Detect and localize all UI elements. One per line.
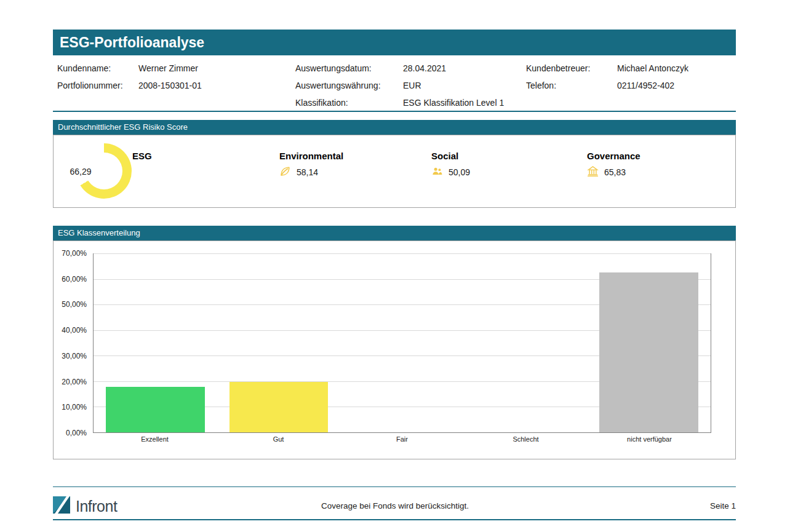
info-value: 2008-150301-01 bbox=[138, 77, 202, 94]
y-axis-labels: 0,00%10,00%20,00%30,00%40,00%50,00%60,00… bbox=[55, 253, 90, 433]
social-label: Social bbox=[431, 151, 458, 161]
chart-section-box: 0,00%10,00%20,00%30,00%40,00%50,00%60,00… bbox=[53, 240, 736, 459]
info-value: ESG Klassifikation Level 1 bbox=[403, 94, 504, 111]
chart-section-title: ESG Klassenverteilung bbox=[58, 228, 140, 237]
category-label: Schlecht bbox=[464, 435, 588, 443]
footer-bottom-divider bbox=[53, 519, 736, 520]
governance-label: Governance bbox=[587, 151, 640, 161]
bars-row bbox=[94, 253, 711, 432]
bar-slot bbox=[587, 253, 711, 432]
info-label: Auswertungsdatum: bbox=[295, 60, 403, 77]
social-score: 50,09 bbox=[431, 165, 470, 179]
score-section-box: 66,29 ESG Environmental 58,14 Social 50,… bbox=[53, 135, 736, 208]
y-tick-label: 70,00% bbox=[62, 249, 87, 258]
report-title-bar: ESG-Portfolioanalyse bbox=[53, 30, 736, 55]
footer-note: Coverage bei Fonds wird berücksichtigt. bbox=[0, 501, 790, 510]
governance-value: 65,83 bbox=[604, 167, 626, 177]
chart-bar bbox=[229, 382, 328, 432]
chart-bar bbox=[599, 272, 698, 432]
category-label: nicht verfügbar bbox=[588, 435, 711, 443]
y-tick-label: 50,00% bbox=[62, 300, 87, 309]
info-row: Klassifikation: ESG Klassifikation Level… bbox=[295, 94, 504, 111]
header-divider-line bbox=[53, 111, 736, 112]
environmental-label: Environmental bbox=[279, 151, 343, 161]
info-value: 28.04.2021 bbox=[403, 60, 446, 77]
info-value: EUR bbox=[403, 77, 421, 94]
info-label: Auswertungswährung: bbox=[295, 77, 403, 94]
client-info-column-1: Kundenname: Werner Zimmer Portfolionumme… bbox=[57, 60, 202, 94]
info-label: Portfolionummer: bbox=[57, 77, 138, 94]
chart-bar bbox=[106, 387, 204, 432]
info-value: Werner Zimmer bbox=[138, 60, 198, 77]
bar-slot bbox=[94, 253, 217, 432]
y-tick-label: 30,00% bbox=[62, 352, 87, 360]
info-value: 0211/4952-402 bbox=[617, 77, 674, 94]
info-label: Kundenbetreuer: bbox=[526, 60, 617, 77]
page-title: ESG-Portfolioanalyse bbox=[60, 34, 204, 50]
chart-section-header: ESG Klassenverteilung bbox=[53, 226, 736, 240]
leaf-icon bbox=[279, 165, 291, 179]
score-section-header: Durchschnittlicher ESG Risiko Score bbox=[53, 120, 736, 135]
governance-score: 65,83 bbox=[587, 165, 626, 179]
info-row: Kundenbetreuer: Michael Antonczyk bbox=[526, 60, 688, 77]
y-tick-label: 60,00% bbox=[62, 275, 87, 284]
people-icon bbox=[431, 165, 443, 179]
info-row: Portfolionummer: 2008-150301-01 bbox=[57, 77, 202, 94]
info-value: Michael Antonczyk bbox=[617, 60, 688, 77]
y-tick-label: 40,00% bbox=[62, 326, 87, 335]
category-label: Gut bbox=[217, 435, 340, 443]
category-label: Fair bbox=[340, 435, 464, 443]
info-row: Auswertungswährung: EUR bbox=[295, 77, 504, 94]
info-row: Kundenname: Werner Zimmer bbox=[57, 60, 202, 77]
category-label: Exzellent bbox=[93, 435, 217, 443]
category-labels: ExzellentGutFairSchlechtnicht verfügbar bbox=[93, 435, 711, 443]
y-tick-label: 20,00% bbox=[62, 378, 87, 386]
client-info-column-2: Auswertungsdatum: 28.04.2021 Auswertungs… bbox=[295, 60, 504, 111]
y-tick-label: 0,00% bbox=[66, 429, 87, 437]
page-number: Seite 1 bbox=[710, 501, 736, 510]
bar-slot bbox=[217, 253, 341, 432]
info-row: Telefon: 0211/4952-402 bbox=[526, 77, 688, 94]
info-label: Kundenname: bbox=[57, 60, 138, 77]
esg-gauge-value: 66,29 bbox=[58, 167, 103, 177]
info-label: Klassifikation: bbox=[295, 94, 403, 111]
client-info-column-3: Kundenbetreuer: Michael Antonczyk Telefo… bbox=[526, 60, 688, 94]
environmental-score: 58,14 bbox=[279, 165, 318, 179]
score-section-title: Durchschnittlicher ESG Risiko Score bbox=[58, 122, 188, 132]
esg-score-label: ESG bbox=[132, 151, 152, 161]
plot-area bbox=[93, 253, 711, 433]
y-tick-label: 10,00% bbox=[62, 403, 87, 411]
bar-slot bbox=[340, 253, 464, 432]
bar-slot bbox=[464, 253, 588, 432]
info-row: Auswertungsdatum: 28.04.2021 bbox=[295, 60, 504, 77]
bank-icon bbox=[587, 165, 599, 179]
footer-top-divider bbox=[53, 486, 736, 487]
social-value: 50,09 bbox=[449, 167, 470, 177]
info-label: Telefon: bbox=[526, 77, 617, 94]
environmental-value: 58,14 bbox=[297, 167, 318, 177]
